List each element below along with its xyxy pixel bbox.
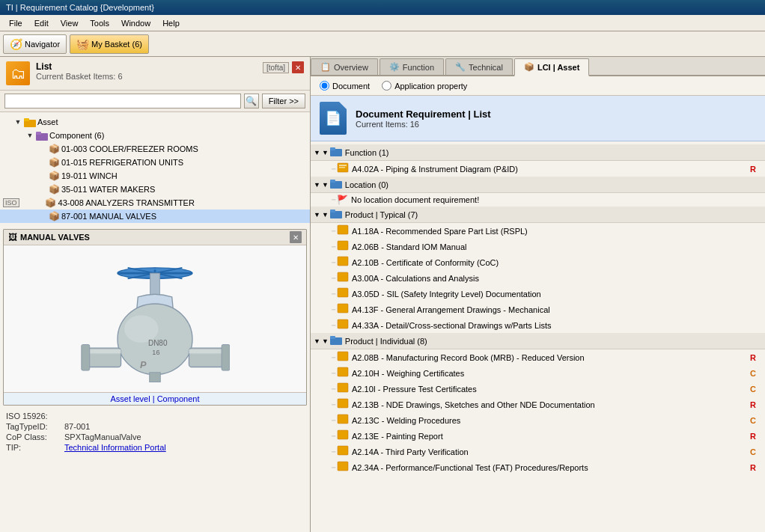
icon-a2-06b [337, 240, 349, 253]
menu-window[interactable]: Window [115, 17, 156, 29]
radio-document-input[interactable] [320, 81, 329, 91]
menu-tools[interactable]: Tools [84, 17, 115, 29]
info-tagtype-label: TagTypeID: [6, 422, 58, 431]
navigator-button[interactable]: 🧭 Navigator [3, 34, 67, 54]
section-header-location[interactable]: ▼ ▼ Location (0) [311, 177, 765, 193]
doc-section-typical: ▼ ▼ Product | Typical (7) ┄ A1.18A - Rec… [311, 207, 765, 333]
doc-item-a3-00a[interactable]: ┄ A3.00A - Calculations and Analysis [311, 270, 765, 286]
info-row-cop: CoP Class: SPXTagManualValve [6, 432, 304, 441]
filter-button[interactable]: Filter >> [262, 94, 305, 108]
menu-bar: File Edit View Tools Window Help [0, 15, 765, 31]
menu-help[interactable]: Help [156, 17, 186, 29]
item5-icon: 📦 [45, 197, 57, 209]
search-input[interactable] [4, 94, 241, 108]
tree-asset-root[interactable]: ▼ Asset [0, 115, 310, 129]
doc-header-info: Document Requirement | List Current Item… [356, 108, 491, 129]
menu-view[interactable]: View [55, 17, 85, 29]
tree-item-1[interactable]: ▷ 📦 01-003 COOLER/FREEZER ROOMS [0, 142, 310, 156]
list-close-button[interactable]: ✕ [292, 61, 304, 73]
doc-item-a4-13f[interactable]: ┄ A4.13F - General Arrangement Drawings … [311, 302, 765, 317]
doc-item-a2-13e[interactable]: ┄ A2.13E - Painting Report R [311, 428, 765, 444]
tree-component-group[interactable]: ▼ Component (6) [0, 129, 310, 142]
svg-rect-22 [82, 345, 90, 371]
doc-item-a2-13b[interactable]: ┄ A2.13B - NDE Drawings, Sketches and Ot… [311, 397, 765, 412]
info-tip-link[interactable]: Technical Information Portal [64, 443, 166, 452]
doc-item-a2-10i[interactable]: ┄ A2.10I - Pressure Test Certificates C [311, 381, 765, 397]
basket-button[interactable]: 🧺 My Basket (6) [70, 34, 149, 54]
info-row-tip: TIP: Technical Information Portal [6, 443, 304, 452]
function-icon: ⚙️ [389, 62, 400, 72]
text-a4-33a: A4.33A - Detail/Cross-sectional Drawings… [352, 321, 552, 330]
icon-a2-08b [337, 351, 349, 364]
title-bar: TI | Requirement Catalog {Development} [0, 0, 765, 15]
tab-function[interactable]: ⚙️ Function [380, 58, 444, 75]
doc-tree: ▼ ▼ Function (1) ┄ A4.02A - Piping & Ins… [311, 141, 765, 532]
list-controls: [tofta] ✕ [263, 61, 304, 73]
component-toggle[interactable]: ▼ [24, 129, 36, 141]
radio-app-property[interactable]: Application property [382, 81, 467, 91]
doc-item-a2-13c[interactable]: ┄ A2.13C - Welding Procedures C [311, 412, 765, 428]
radio-document[interactable]: Document [320, 81, 370, 91]
text-a2-13e: A2.13E - Painting Report [352, 432, 443, 441]
image-panel: 🖼 MANUAL VALVES ✕ [3, 229, 307, 406]
section-toggle-location[interactable]: ▼ [314, 181, 320, 189]
image-panel-title: MANUAL VALVES [20, 233, 90, 242]
location-section-icon [330, 178, 342, 191]
doc-item-a2-06b[interactable]: ┄ A2.06B - Standard IOM Manual [311, 239, 765, 254]
doc-item-a2-10h[interactable]: ┄ A2.10H - Weighing Certificates C [311, 365, 765, 381]
list-folder-icon: 🗂 [6, 61, 30, 85]
section-toggle-individual[interactable]: ▼ [314, 337, 320, 345]
tree-item-5[interactable]: ISO ▷ 📦 43-008 ANALYZERS TRANSMITTER [0, 196, 310, 210]
section-expand-function: ▼ [322, 149, 329, 156]
radio-app-input[interactable] [382, 81, 391, 91]
item4-icon: 📦 [48, 183, 60, 195]
badge-r-13b: R [750, 400, 756, 409]
section-toggle-typical[interactable]: ▼ [314, 211, 320, 218]
tree-item-3[interactable]: ▷ 📦 19-011 WINCH [0, 169, 310, 183]
svg-rect-37 [338, 225, 348, 234]
image-panel-icon: 🖼 [8, 232, 17, 242]
tab-overview[interactable]: 📋 Overview [311, 58, 378, 75]
technical-label: Technical [469, 63, 503, 72]
tree-item-6[interactable]: ▷ 📦 87-001 MANUAL VALVES [0, 210, 310, 223]
tab-technical[interactable]: 🔧 Technical [445, 58, 513, 75]
image-panel-footer: Asset level | Component [4, 392, 306, 405]
tab-lci-asset[interactable]: 📦 LCI | Asset [514, 58, 589, 76]
svg-rect-43 [338, 319, 348, 328]
list-title: List [36, 61, 257, 72]
section-label-individual: Product | Individual (8) [345, 337, 427, 346]
technical-icon: 🔧 [455, 62, 466, 72]
image-panel-close-button[interactable]: ✕ [290, 231, 302, 243]
doc-item-a2-08b[interactable]: ┄ A2.08B - Manufacturing Record Book (MR… [311, 349, 765, 365]
dots-a2-10b: ┄ [332, 259, 335, 266]
item3-label: 19-011 WINCH [61, 171, 118, 180]
doc-item-a2-10b[interactable]: ┄ A2.10B - Certificate of Conformity (Co… [311, 254, 765, 270]
dots-a2-13c: ┄ [332, 417, 335, 424]
menu-edit[interactable]: Edit [28, 17, 55, 29]
section-header-individual[interactable]: ▼ ▼ Product | Individual (8) [311, 333, 765, 349]
section-header-typical[interactable]: ▼ ▼ Product | Typical (7) [311, 207, 765, 223]
doc-item-a3-05d[interactable]: ┄ A3.05D - SIL (Safety Integrity Level) … [311, 286, 765, 302]
svg-rect-48 [338, 383, 348, 392]
text-a2-13c: A2.13C - Welding Procedures [352, 416, 460, 425]
section-toggle-function[interactable]: ▼ [314, 149, 320, 156]
section-header-function[interactable]: ▼ ▼ Function (1) [311, 144, 765, 161]
svg-rect-3 [36, 132, 41, 135]
flag-icon: 🚩 [337, 195, 348, 205]
doc-item-a2-14a[interactable]: ┄ A2.14A - Third Party Verification C [311, 444, 765, 459]
icon-a3-05d [337, 287, 349, 300]
svg-rect-1 [24, 118, 29, 121]
asset-toggle[interactable]: ▼ [12, 116, 24, 128]
doc-item-a2-34a[interactable]: ┄ A2.34A - Performance/Functional Test (… [311, 459, 765, 475]
title-text: TI | Requirement Catalog {Development} [6, 3, 154, 12]
overview-icon: 📋 [320, 62, 331, 72]
doc-item-a4-02a[interactable]: ┄ A4.02A - Piping & Instrument Diagram (… [311, 161, 765, 177]
tree-item-2[interactable]: ▷ 📦 01-015 REFRIGERATION UNITS [0, 156, 310, 169]
tree-item-4[interactable]: ▷ 📦 35-011 WATER MAKERS [0, 183, 310, 196]
right-panel: 📋 Overview ⚙️ Function 🔧 Technical 📦 LCI… [311, 57, 765, 532]
doc-item-a4-33a[interactable]: ┄ A4.33A - Detail/Cross-sectional Drawin… [311, 317, 765, 333]
search-button[interactable]: 🔍 [244, 94, 259, 108]
doc-item-a1-18a[interactable]: ┄ A1.18A - Recommended Spare Part List (… [311, 223, 765, 239]
info-tip-label: TIP: [6, 443, 58, 452]
menu-file[interactable]: File [3, 17, 28, 29]
